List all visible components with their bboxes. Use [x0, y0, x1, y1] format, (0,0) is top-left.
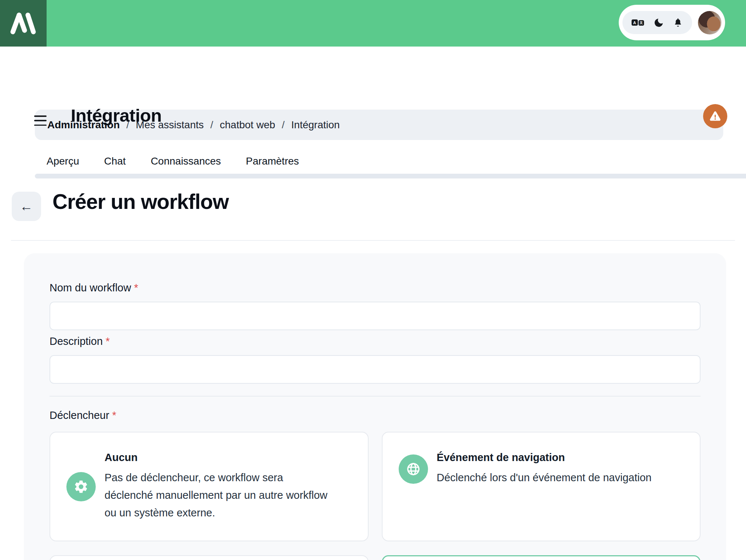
breadcrumb-separator: /: [211, 119, 213, 131]
brand-logo[interactable]: [0, 0, 47, 47]
page-title: Intégration: [71, 105, 162, 126]
trigger-option-conversation-tool[interactable]: Outil de conversation: [382, 555, 701, 560]
tab-apercu[interactable]: Aperçu: [47, 155, 79, 172]
alert-button[interactable]: [703, 104, 727, 128]
trigger-option-action-event[interactable]: Événement d'action: [50, 555, 369, 560]
create-workflow-form: Nom du workflow* Description* Déclencheu…: [24, 253, 726, 560]
user-avatar[interactable]: [698, 11, 721, 34]
back-button[interactable]: ←: [12, 192, 41, 221]
trigger-options-grid: Aucun Pas de déclencheur, ce workflow se…: [50, 432, 701, 560]
divider: [50, 396, 701, 397]
breadcrumb-item-chatbot-web[interactable]: chatbot web: [220, 119, 275, 131]
workflow-page-title: Créer un workflow: [52, 189, 228, 214]
required-marker: *: [134, 282, 138, 294]
tab-chat[interactable]: Chat: [104, 155, 126, 172]
trigger-label: Déclencheur*: [50, 409, 701, 421]
option-title: Événement de navigation: [437, 452, 684, 464]
breadcrumb-item-integration[interactable]: Intégration: [291, 119, 340, 131]
workflow-name-input[interactable]: [50, 302, 701, 330]
breadcrumb-separator: /: [282, 119, 285, 131]
trigger-option-none[interactable]: Aucun Pas de déclencheur, ce workflow se…: [50, 432, 369, 541]
divider: [11, 240, 735, 241]
brand-logo-icon: [10, 12, 37, 35]
tab-parametres[interactable]: Paramètres: [246, 155, 299, 172]
trigger-option-navigation-event[interactable]: Événement de navigation Déclenché lors d…: [382, 432, 701, 541]
option-description: Déclenché lors d'un événement de navigat…: [437, 469, 684, 486]
translate-icon: A 文: [632, 19, 644, 26]
bell-icon: [673, 18, 683, 27]
moon-icon: [653, 17, 664, 28]
required-marker: *: [106, 335, 110, 347]
toolbar-icon-group: A 文: [622, 11, 692, 34]
notifications-button[interactable]: [673, 18, 683, 27]
warning-icon: [709, 110, 722, 123]
app-header: A 文: [0, 0, 746, 47]
tab-underline-track: [35, 174, 746, 178]
option-description: Pas de déclencheur, ce workflow sera déc…: [105, 469, 352, 522]
translate-button[interactable]: A 文: [632, 19, 644, 26]
tab-connaissances[interactable]: Connaissances: [151, 155, 221, 172]
user-toolbar: A 文: [619, 5, 725, 40]
gear-icon: [66, 472, 96, 501]
description-label: Description*: [50, 335, 701, 347]
globe-icon: [399, 454, 428, 484]
theme-toggle-button[interactable]: [653, 17, 664, 28]
menu-button[interactable]: [34, 115, 47, 126]
arrow-left-icon: ←: [20, 199, 33, 214]
required-marker: *: [112, 409, 116, 421]
workflow-header: ← Créer un workflow: [0, 178, 746, 241]
workflow-name-label: Nom du workflow*: [50, 282, 138, 294]
description-input[interactable]: [50, 355, 701, 384]
page-header: Intégration: [0, 47, 746, 102]
option-title: Aucun: [105, 452, 352, 464]
hamburger-icon: [34, 115, 47, 117]
tab-bar: Aperçu Chat Connaissances Paramètres: [47, 155, 746, 172]
